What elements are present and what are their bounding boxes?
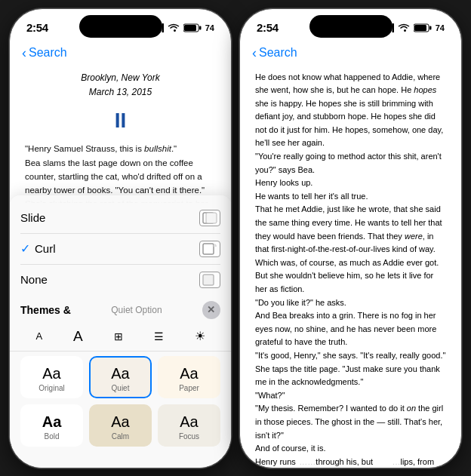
svg-rect-6 xyxy=(199,26,202,29)
dynamic-island-right xyxy=(309,15,392,38)
svg-rect-10 xyxy=(203,275,214,285)
brightness-button[interactable]: ☀ xyxy=(190,327,210,345)
right-para-1: "You're really going to method actor thi… xyxy=(255,150,446,177)
back-label-right: Search xyxy=(259,46,297,60)
battery-pct-right: 74 xyxy=(436,23,445,32)
slide-label: Slide xyxy=(20,211,45,224)
right-para-2: Henry looks up. xyxy=(255,177,446,190)
battery-pct: 74 xyxy=(205,23,214,32)
theme-calm-name: Calm xyxy=(112,432,129,441)
book-header: Brooklyn, New York March 13, 2015 xyxy=(25,71,216,100)
theme-paper-label: Aa xyxy=(180,365,198,382)
theme-calm-button[interactable]: Aa Calm xyxy=(89,404,152,447)
svg-rect-8 xyxy=(206,213,217,223)
transition-slide[interactable]: Slide xyxy=(20,203,220,234)
themes-section: Themes & Quiet Option ✕ A A ⊞ ☰ ☀ Aa Ori… xyxy=(10,295,231,453)
themes-grid: Aa Original Aa Quiet Aa Paper Aa Bold xyxy=(10,356,231,453)
transition-none[interactable]: None xyxy=(20,265,220,295)
theme-bold-label: Aa xyxy=(42,413,62,431)
themes-title: Themes & xyxy=(20,304,71,316)
slide-preview-icon xyxy=(202,212,217,224)
svg-rect-17 xyxy=(429,26,432,29)
right-para-10: "My thesis. Remember? I wanted to do it … xyxy=(255,402,446,442)
right-para-7: And Bea breaks into a grin. There is no … xyxy=(255,309,446,349)
chapter-number: II xyxy=(25,104,216,138)
book-header-line2: March 13, 2015 xyxy=(25,85,216,100)
battery-icon xyxy=(183,23,202,32)
book-header-line1: Brooklyn, New York xyxy=(25,71,216,85)
right-para-5: But she wouldn't believe him, so he lets… xyxy=(255,269,446,296)
curl-check: ✓ xyxy=(20,241,30,256)
curl-label: Curl xyxy=(35,242,56,255)
back-label-left: Search xyxy=(29,46,67,60)
format-toolbar: A A ⊞ ☰ ☀ xyxy=(10,322,231,352)
back-button-left[interactable]: ‹ Search xyxy=(22,46,67,60)
themes-header: Themes & Quiet Option ✕ xyxy=(10,295,231,322)
svg-rect-9 xyxy=(203,244,214,254)
nav-bar-left: ‹ Search xyxy=(10,39,231,66)
back-chevron-right: ‹ xyxy=(252,46,257,60)
quiet-options-label: Quiet Option xyxy=(111,305,162,315)
right-para-0: He does not know what happened to Addie,… xyxy=(255,71,446,151)
svg-rect-3 xyxy=(162,23,164,32)
right-para-6: "Do you like it?" he asks. xyxy=(255,296,446,310)
none-label: None xyxy=(20,273,48,286)
theme-original-name: Original xyxy=(38,384,64,392)
right-para-4: That he met Addie, just like he wrote, t… xyxy=(255,203,446,269)
left-phone: 2:54 xyxy=(9,8,232,468)
right-phone: 2:54 74 xyxy=(239,8,462,468)
font-family-button[interactable]: ⊞ xyxy=(109,329,128,344)
right-para-9: "What?" xyxy=(255,389,446,403)
theme-focus-label: Aa xyxy=(180,413,198,431)
layout-button[interactable]: ☰ xyxy=(149,329,168,344)
transition-curl[interactable]: ✓ Curl xyxy=(20,234,220,265)
curl-icon xyxy=(199,241,220,257)
theme-original-button[interactable]: Aa Original xyxy=(20,356,83,398)
book-para-0: "Henry Samuel Strauss, this is bullshit.… xyxy=(25,143,216,156)
phones-container: 2:54 xyxy=(9,8,462,468)
close-button[interactable]: ✕ xyxy=(202,301,220,319)
wifi-icon xyxy=(168,23,180,32)
theme-bold-button[interactable]: Aa Bold xyxy=(20,404,83,447)
transition-options: Slide ✓ Curl xyxy=(10,203,231,295)
svg-rect-5 xyxy=(184,25,196,31)
status-time-right: 2:54 xyxy=(257,21,279,34)
nav-bar-right: ‹ Search xyxy=(240,39,461,66)
theme-quiet-label: Aa xyxy=(111,365,129,382)
theme-paper-name: Paper xyxy=(179,384,199,392)
none-preview-icon xyxy=(202,274,217,286)
status-time-left: 2:54 xyxy=(26,21,48,34)
battery-icon-right xyxy=(414,23,432,32)
dynamic-island xyxy=(79,15,162,38)
wifi-icon-right xyxy=(398,23,410,32)
theme-original-label: Aa xyxy=(42,365,60,382)
theme-bold-name: Bold xyxy=(44,432,59,441)
svg-rect-14 xyxy=(392,23,394,32)
back-chevron-left: ‹ xyxy=(22,46,26,60)
right-para-3: He wants to tell her it's all true. xyxy=(255,190,446,204)
theme-focus-name: Focus xyxy=(179,432,199,441)
font-increase-button[interactable]: A xyxy=(69,327,88,346)
curl-preview-icon xyxy=(202,243,217,255)
theme-quiet-name: Quiet xyxy=(112,384,130,392)
right-para-11: And of course, it is. xyxy=(255,442,446,456)
bottom-overlay: Slide ✓ Curl xyxy=(10,195,231,468)
slide-icon xyxy=(199,210,220,226)
theme-quiet-button[interactable]: Aa Quiet xyxy=(89,356,152,398)
svg-rect-16 xyxy=(414,25,426,31)
none-icon xyxy=(199,272,220,288)
right-para-12: Henry runs his h…… through his, but reli… xyxy=(255,456,446,468)
book-content-right: He does not know what happened to Addie,… xyxy=(240,66,461,468)
font-decrease-button[interactable]: A xyxy=(31,329,47,343)
back-button-right[interactable]: ‹ Search xyxy=(252,46,297,60)
right-para-8: "It's good, Henry," she says. "It's real… xyxy=(255,349,446,389)
theme-calm-label: Aa xyxy=(111,413,129,431)
theme-focus-button[interactable]: Aa Focus xyxy=(158,404,220,447)
theme-paper-button[interactable]: Aa Paper xyxy=(158,356,220,398)
